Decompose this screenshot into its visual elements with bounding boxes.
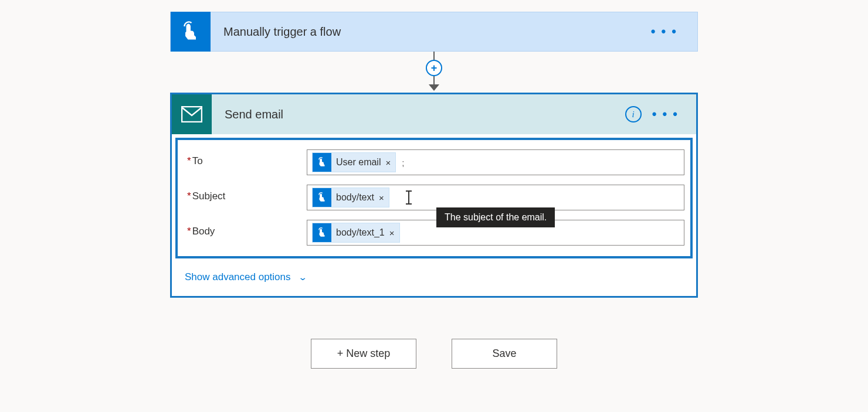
token-label: User email <box>331 157 385 168</box>
text-cursor-icon <box>408 190 409 205</box>
remove-token-button[interactable]: × <box>379 193 389 203</box>
action-menu-button[interactable]: • • • <box>652 107 679 122</box>
remove-token-button[interactable]: × <box>385 158 395 168</box>
action-header[interactable]: Send email i • • • <box>172 94 696 134</box>
trigger-card[interactable]: Manually trigger a flow • • • <box>170 12 698 52</box>
advanced-options-toggle[interactable]: Show advanced options ⌄ <box>172 262 696 296</box>
token-user-email[interactable]: User email × <box>312 152 396 172</box>
add-step-circle-button[interactable]: + <box>426 60 442 76</box>
touch-icon <box>313 188 331 207</box>
trigger-menu-button[interactable]: • • • <box>651 24 677 39</box>
field-row-body: *Body body/text_1 × <box>178 215 690 250</box>
subject-label-text: Subject <box>192 190 226 202</box>
touch-icon <box>313 153 331 172</box>
trigger-title: Manually trigger a flow <box>223 25 651 39</box>
connector: + <box>426 52 442 93</box>
action-card: Send email i • • • *To User email × <box>170 93 698 298</box>
token-label: body/text_1 <box>331 227 389 238</box>
arrowhead-icon <box>429 84 439 91</box>
form-container: *To User email × ; *Subject <box>175 138 693 258</box>
token-label: body/text <box>331 192 379 203</box>
touch-icon <box>171 12 211 52</box>
token-body-text[interactable]: body/text × <box>312 188 389 207</box>
subject-label: *Subject <box>184 185 307 202</box>
save-button[interactable]: Save <box>452 339 557 369</box>
token-body-text-1[interactable]: body/text_1 × <box>312 223 400 243</box>
field-row-to: *To User email × ; <box>178 145 690 180</box>
to-input[interactable]: User email × ; <box>307 149 684 175</box>
subject-tooltip: The subject of the email. <box>436 207 555 227</box>
body-label: *Body <box>184 220 307 237</box>
body-label-text: Body <box>192 226 215 237</box>
action-title: Send email <box>225 108 625 121</box>
field-row-subject: *Subject body/text × The subject of the … <box>178 180 690 215</box>
remove-token-button[interactable]: × <box>389 228 399 238</box>
to-label-text: To <box>192 155 203 166</box>
touch-icon <box>313 223 331 242</box>
info-icon[interactable]: i <box>625 106 642 122</box>
new-step-button[interactable]: + New step <box>311 339 416 369</box>
chevron-down-icon: ⌄ <box>297 273 307 282</box>
subject-input[interactable]: body/text × The subject of the email. <box>307 185 684 210</box>
advanced-options-label: Show advanced options <box>185 271 291 283</box>
to-label: *To <box>184 149 307 167</box>
separator-text: ; <box>402 158 404 168</box>
mail-icon <box>172 94 212 134</box>
footer-buttons: + New step Save <box>311 339 557 369</box>
